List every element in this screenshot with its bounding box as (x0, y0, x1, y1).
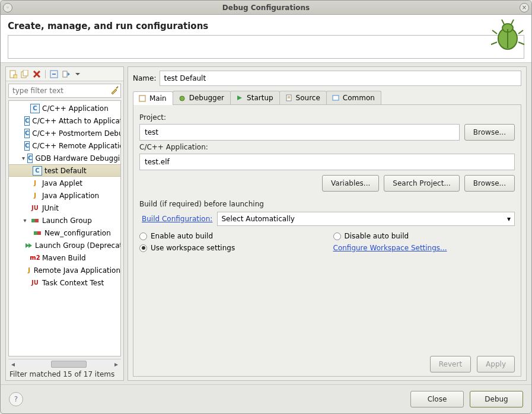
left-panel: CC/C++ ApplicationCC/C++ Attach to Appli… (5, 66, 124, 381)
scroll-thumb[interactable] (51, 361, 87, 368)
expand-button[interactable] (61, 69, 71, 79)
tree-item[interactable]: m2Maven Build (9, 251, 120, 264)
tab-debugger[interactable]: Debugger (173, 91, 231, 104)
svg-line-3 (492, 30, 497, 34)
project-input[interactable] (139, 124, 460, 141)
search-project-button[interactable]: Search Project... (384, 175, 460, 192)
application-browse-button[interactable]: Browse... (464, 175, 515, 192)
tree-item-label: C/C++ Attach to Application (32, 117, 121, 125)
name-input[interactable] (160, 71, 521, 86)
svg-rect-10 (14, 75, 17, 78)
tree-item-label: C/C++ Remote Application (32, 142, 121, 150)
bug-icon (490, 18, 525, 54)
tree-expander-icon: ▾ (22, 155, 25, 161)
dropdown-icon: ▾ (507, 215, 511, 223)
tree-item[interactable]: JUTask Context Test (9, 276, 120, 289)
configure-workspace-link[interactable]: Configure Workspace Settings... (333, 244, 447, 252)
svg-line-5 (491, 42, 497, 44)
project-browse-button[interactable]: Browse... (464, 124, 515, 141)
scroll-left-icon[interactable]: ◂ (9, 360, 17, 368)
tree-item-label: C/C++ Application (42, 104, 109, 113)
radio-enable-auto-build[interactable]: Enable auto build (139, 232, 321, 240)
tree-item-label: C/C++ Postmortem Debugger (32, 129, 121, 138)
horizontal-scrollbar[interactable]: ◂ ▸ (8, 359, 121, 368)
name-label: Name: (133, 74, 156, 82)
filter-input[interactable] (8, 84, 121, 98)
tree-toolbar (6, 67, 123, 81)
tree-item[interactable]: CC/C++ Attach to Application (9, 114, 120, 127)
tree-item-label: GDB Hardware Debugging (35, 154, 121, 163)
tree-item[interactable]: CC/C++ Postmortem Debugger (9, 127, 120, 139)
radio-use-workspace[interactable]: Use workspace settings (139, 244, 321, 252)
config-tree[interactable]: CC/C++ ApplicationCC/C++ Attach to Appli… (8, 100, 121, 356)
tree-item[interactable]: JJava Application (9, 189, 120, 202)
tree-item-selected[interactable]: Ctest Default (9, 164, 120, 177)
debug-button[interactable]: Debug (470, 391, 523, 407)
tab-common[interactable]: Common (326, 91, 381, 104)
build-config-link[interactable]: Build Configuration: (142, 215, 212, 223)
svg-line-8 (511, 20, 514, 24)
svg-rect-28 (333, 95, 339, 100)
svg-rect-22 (37, 231, 41, 235)
tree-item[interactable]: ▾CGDB Hardware Debugging (9, 152, 120, 164)
help-button[interactable]: ? (9, 392, 23, 406)
close-button[interactable]: Close (410, 391, 464, 407)
tab-debugger-label: Debugger (189, 94, 224, 102)
tab-main-label: Main (149, 94, 167, 103)
tree-item[interactable]: JJava Applet (9, 177, 120, 189)
tree-item-label: JUnit (42, 204, 59, 212)
svg-rect-12 (23, 70, 28, 76)
source-tab-icon (285, 94, 293, 102)
tab-main[interactable]: Main (133, 91, 173, 105)
tab-strip: Main Debugger Startup Source Common (133, 91, 521, 105)
svg-rect-19 (31, 219, 35, 222)
tab-body-main: Project: Browse... C/C++ Application: Va… (133, 105, 521, 377)
collapse-all-button[interactable] (49, 69, 59, 79)
window-menu-icon[interactable]: ◦ (3, 3, 12, 12)
toolbar-separator (45, 70, 46, 78)
apply-button[interactable]: Apply (477, 356, 515, 372)
project-label: Project: (139, 113, 515, 122)
window-title: Debug Configurations (222, 4, 310, 12)
tree-item[interactable]: JRemote Java Application (9, 264, 120, 276)
close-window-icon[interactable]: × (520, 3, 529, 12)
tree-item-label: Task Context Test (42, 279, 104, 287)
filter-box (8, 84, 121, 98)
svg-point-24 (180, 96, 184, 101)
dialog-heading: Create, manage, and run configurations (8, 21, 524, 31)
svg-line-6 (518, 42, 524, 44)
radio-disable-auto-build[interactable]: Disable auto build (333, 232, 515, 240)
delete-config-button[interactable] (32, 69, 42, 79)
tree-item[interactable]: New_configuration (9, 227, 120, 239)
tab-startup[interactable]: Startup (230, 91, 280, 104)
radio-enable-label: Enable auto build (151, 232, 213, 240)
filter-menu-button[interactable] (73, 69, 82, 79)
startup-tab-icon (235, 94, 244, 102)
tree-item[interactable]: ▾Launch Group (9, 214, 120, 227)
clear-filter-icon[interactable] (110, 86, 119, 94)
dialog-message-area (8, 35, 524, 59)
common-tab-icon (332, 94, 340, 102)
tree-expander-icon: ▾ (22, 217, 28, 224)
variables-button[interactable]: Variables... (322, 175, 379, 192)
main-tab-icon (138, 94, 146, 103)
build-config-select[interactable]: Select Automatically ▾ (217, 212, 515, 226)
new-config-button[interactable] (8, 69, 18, 79)
scroll-right-icon[interactable]: ▸ (113, 360, 120, 368)
duplicate-config-button[interactable] (20, 69, 30, 79)
tree-item-label: test Default (44, 167, 87, 175)
build-section-label: Build (if required) before launching (139, 200, 515, 208)
revert-button[interactable]: Revert (430, 356, 471, 372)
tab-common-label: Common (343, 94, 375, 102)
tab-source[interactable]: Source (279, 91, 327, 104)
tree-item[interactable]: JUJUnit (9, 202, 120, 214)
application-input[interactable] (139, 154, 515, 170)
tree-item-label: Java Application (42, 192, 99, 200)
radio-icon (139, 233, 147, 240)
tree-item-label: Java Applet (42, 179, 82, 187)
tree-item[interactable]: CC/C++ Remote Application (9, 139, 120, 152)
tree-item[interactable]: Launch Group (Deprecated) (9, 239, 120, 251)
name-row: Name: (133, 71, 521, 86)
tree-item[interactable]: CC/C++ Application (9, 102, 120, 114)
right-panel: Name: Main Debugger Startup Source Commo… (128, 66, 527, 381)
